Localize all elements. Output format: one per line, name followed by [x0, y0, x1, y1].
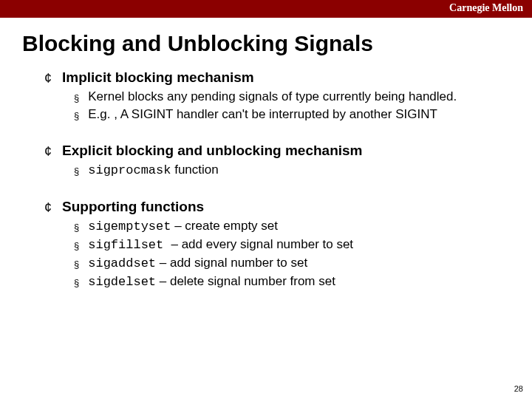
- slide-content: ¢ Implicit blocking mechanism § Kernel b…: [0, 56, 532, 291]
- circle-bullet-icon: ¢: [44, 72, 52, 85]
- heading-text: Implicit blocking mechanism: [62, 69, 254, 86]
- square-bullet-icon: §: [74, 109, 79, 123]
- square-bullet-icon: §: [74, 165, 79, 178]
- square-bullet-icon: §: [74, 92, 79, 105]
- code-text: sigprocmask: [88, 163, 171, 177]
- section-implicit: ¢ Implicit blocking mechanism § Kernel b…: [44, 69, 510, 123]
- section-supporting: ¢ Supporting functions § sigemptyset – c…: [44, 199, 510, 291]
- item-text: – add every signal number to set: [171, 237, 353, 251]
- square-bullet-icon: §: [74, 258, 79, 271]
- list-item: § sigprocmask function: [74, 162, 510, 180]
- sub-list: § sigemptyset – create empty set § sigfi…: [44, 218, 510, 291]
- section-explicit: ¢ Explicit blocking and unblocking mecha…: [44, 143, 510, 180]
- item-text: Kernel blocks any pending signals of typ…: [88, 89, 457, 106]
- item-text: E.g. , A SIGINT handler can't be interru…: [88, 106, 437, 123]
- page-number: 28: [514, 384, 523, 393]
- square-bullet-icon: §: [74, 221, 79, 234]
- section-heading: ¢ Supporting functions: [44, 199, 510, 215]
- item-text: function: [171, 163, 218, 177]
- code-text: sigemptyset: [88, 219, 171, 233]
- item-text: – delete signal number from set: [156, 274, 335, 288]
- heading-text: Explicit blocking and unblocking mechani…: [62, 143, 362, 159]
- list-item: § sigdelset – delete signal number from …: [74, 273, 510, 291]
- header-bar: Carnegie Mellon: [0, 0, 532, 18]
- list-item: § Kernel blocks any pending signals of t…: [74, 89, 510, 106]
- list-item: § sigaddset – add signal number to set: [74, 255, 510, 273]
- section-heading: ¢ Explicit blocking and unblocking mecha…: [44, 143, 510, 159]
- sub-list: § sigprocmask function: [44, 162, 510, 180]
- code-text: sigdelset: [88, 275, 156, 289]
- section-heading: ¢ Implicit blocking mechanism: [44, 69, 510, 86]
- code-text: sigaddset: [88, 256, 156, 270]
- square-bullet-icon: §: [74, 239, 79, 253]
- item-text: – create empty set: [171, 219, 278, 233]
- circle-bullet-icon: ¢: [44, 201, 52, 214]
- code-text: sigfillset: [88, 238, 171, 252]
- sub-list: § Kernel blocks any pending signals of t…: [44, 89, 510, 123]
- slide-title: Blocking and Unblocking Signals: [0, 18, 532, 56]
- list-item: § sigfillset – add every signal number t…: [74, 236, 510, 254]
- institution-label: Carnegie Mellon: [449, 2, 523, 13]
- list-item: § sigemptyset – create empty set: [74, 218, 510, 236]
- item-text: – add signal number to set: [156, 256, 307, 270]
- heading-text: Supporting functions: [62, 199, 204, 215]
- circle-bullet-icon: ¢: [44, 145, 52, 158]
- square-bullet-icon: §: [74, 276, 79, 290]
- list-item: § E.g. , A SIGINT handler can't be inter…: [74, 106, 510, 123]
